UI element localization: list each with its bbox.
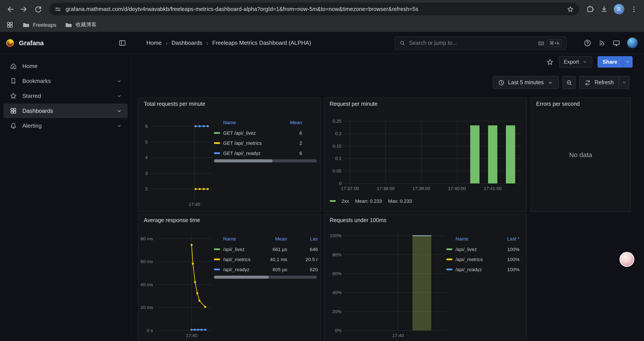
home-icon <box>10 62 17 70</box>
sidebar-item-bookmarks[interactable]: Bookmarks <box>4 74 128 88</box>
chevron-down-icon[interactable] <box>116 108 122 114</box>
help-icon[interactable] <box>584 39 592 47</box>
sidebar-item-alerting[interactable]: Alerting <box>4 119 128 133</box>
chevron-down-icon <box>547 79 554 86</box>
bookmark-label: Freeleaps <box>33 22 56 28</box>
series-chip <box>446 268 452 270</box>
export-button[interactable]: Export <box>559 56 592 68</box>
legend-col-mean[interactable]: Mean <box>276 120 302 125</box>
panel-title[interactable]: Requests under 100ms <box>324 214 526 225</box>
news-rss-icon[interactable] <box>598 39 606 47</box>
series-name[interactable]: /api/_livez <box>456 246 477 252</box>
sidebar-item-dashboards[interactable]: Dashboards <box>4 104 128 118</box>
legend-col-name[interactable]: Name <box>446 236 498 241</box>
dashboard-canvas: Total requests per minute 17:4065432 Nam… <box>132 93 644 341</box>
zoom-out-button[interactable] <box>562 76 576 89</box>
time-range-picker[interactable]: Last 5 minutes <box>493 76 559 89</box>
bookmark-freeleaps[interactable]: Freeleaps <box>22 21 56 29</box>
legend-row[interactable]: /api/_readyz 605 µs 620 <box>214 264 318 274</box>
legend-col-last[interactable]: Last * <box>498 236 520 241</box>
chevron-down-icon[interactable] <box>116 123 122 129</box>
chevron-down-icon[interactable] <box>116 78 122 84</box>
grafana-logo-icon[interactable] <box>5 38 15 48</box>
svg-text:6: 6 <box>145 124 148 129</box>
bookmark-label: 收藏博客 <box>76 21 97 29</box>
legend-row[interactable]: GET /api/_readyz 6 <box>214 148 318 158</box>
scrollbar-thumb[interactable] <box>214 276 268 279</box>
extensions-icon[interactable] <box>584 3 597 16</box>
user-avatar[interactable] <box>627 37 638 48</box>
forward-icon <box>20 5 28 13</box>
legend-col-name[interactable]: Name <box>214 120 276 125</box>
chart-request-per-minute[interactable]: 17:37:0017:38:0017:39:0017:40:0017:41:00… <box>327 115 525 203</box>
series-name[interactable]: GET /api/_livez <box>223 130 256 135</box>
refresh-button[interactable]: Refresh <box>579 76 619 89</box>
sidebar-item-home[interactable]: Home <box>4 59 128 73</box>
url-bar[interactable]: grafana.mathmast.com/d/deytv4rwavabkb/fr… <box>49 3 579 15</box>
legend-col-mean[interactable]: Mean <box>261 236 287 241</box>
series-last: 100% <box>498 267 520 272</box>
breadcrumb-separator: › <box>166 39 168 46</box>
downloads-icon[interactable] <box>598 3 611 16</box>
browser-menu-icon[interactable] <box>627 3 640 16</box>
chart-requests-under-100ms[interactable]: 17:40100%80%60%40%20%0% <box>327 232 449 341</box>
legend-scrollbar[interactable] <box>214 276 317 279</box>
legend-row[interactable]: /api/_livez 661 µs 646 <box>214 244 318 254</box>
browser-profile-avatar[interactable] <box>614 4 624 14</box>
series-name[interactable]: /api/_metrics <box>456 256 483 262</box>
legend-row[interactable]: GET /api/_metrics 2 <box>214 138 318 148</box>
legend-row[interactable]: /api/_readyz 100% <box>446 264 523 274</box>
scrollbar-thumb[interactable] <box>214 159 273 162</box>
series-name[interactable]: GET /api/_readyz <box>223 150 260 156</box>
back-button[interactable] <box>4 3 17 16</box>
chevron-down-icon[interactable] <box>116 93 122 99</box>
svg-text:0%: 0% <box>335 328 342 333</box>
legend-scrollbar[interactable] <box>214 159 317 162</box>
series-name[interactable]: /api/_readyz <box>456 267 482 272</box>
series-name[interactable]: /api/_livez <box>223 246 244 252</box>
forward-button[interactable] <box>18 3 31 16</box>
export-label: Export <box>564 59 579 65</box>
reload-icon <box>34 5 42 13</box>
series-name[interactable]: /api/_readyz <box>223 267 250 272</box>
series-name[interactable]: GET /api/_metrics <box>223 140 262 146</box>
legend-row[interactable]: /api/_metrics 40.1 ms 20.5 r <box>214 254 318 264</box>
share-dropdown-caret[interactable] <box>622 56 632 68</box>
panel-title[interactable]: Total requests per minute <box>138 98 320 109</box>
sidebar-toggle-icon[interactable] <box>118 39 126 47</box>
legend-max: Max: 0.233 <box>388 198 412 204</box>
sidebar-item-starred[interactable]: Starred <box>4 89 128 103</box>
panel-title[interactable]: Average response time <box>138 214 320 225</box>
series-chip <box>330 200 336 202</box>
favorite-star-icon[interactable] <box>546 58 554 66</box>
refresh-interval-caret[interactable] <box>619 76 630 89</box>
series-chip <box>446 248 452 250</box>
legend-col-last[interactable]: Las <box>287 236 318 241</box>
site-info-icon[interactable] <box>54 6 62 13</box>
breadcrumb-dashboards[interactable]: Dashboards <box>172 40 202 46</box>
svg-text:17:40: 17:40 <box>189 202 200 207</box>
floating-avatar[interactable] <box>620 252 634 267</box>
legend-col-name[interactable]: Name <box>214 236 261 241</box>
bookmark-blogs[interactable]: 收藏博客 <box>65 21 97 29</box>
series-name[interactable]: /api/_metrics <box>223 256 250 262</box>
apps-grid-icon[interactable] <box>6 21 14 29</box>
legend-row[interactable]: GET /api/_livez 6 <box>214 128 318 138</box>
chart-total-requests[interactable]: 17:4065432 <box>140 116 215 211</box>
legend-row[interactable]: /api/_metrics 100% <box>446 254 523 264</box>
legend-series[interactable]: 2xx <box>330 198 349 204</box>
svg-text:80%: 80% <box>332 252 342 257</box>
legend-row[interactable]: /api/_livez 100% <box>446 244 523 254</box>
breadcrumb-home[interactable]: Home <box>146 40 162 46</box>
reload-button[interactable] <box>32 3 45 16</box>
url-text[interactable]: grafana.mathmast.com/d/deytv4rwavabkb/fr… <box>66 6 562 12</box>
bookmark-star-icon[interactable] <box>567 6 574 13</box>
svg-text:20 ms: 20 ms <box>140 305 153 310</box>
chart-average-response-time[interactable]: 17:4080 ms60 ms40 ms20 ms0 s <box>140 232 215 341</box>
sidebar-item-label: Alerting <box>22 122 42 129</box>
panel-title[interactable]: Request per minute <box>324 98 526 109</box>
series-name[interactable]: 2xx <box>342 198 349 204</box>
monitor-icon[interactable] <box>612 39 620 47</box>
share-button[interactable]: Share <box>597 56 622 68</box>
search-box[interactable]: Search or jump to... ⌘+k <box>394 37 567 50</box>
